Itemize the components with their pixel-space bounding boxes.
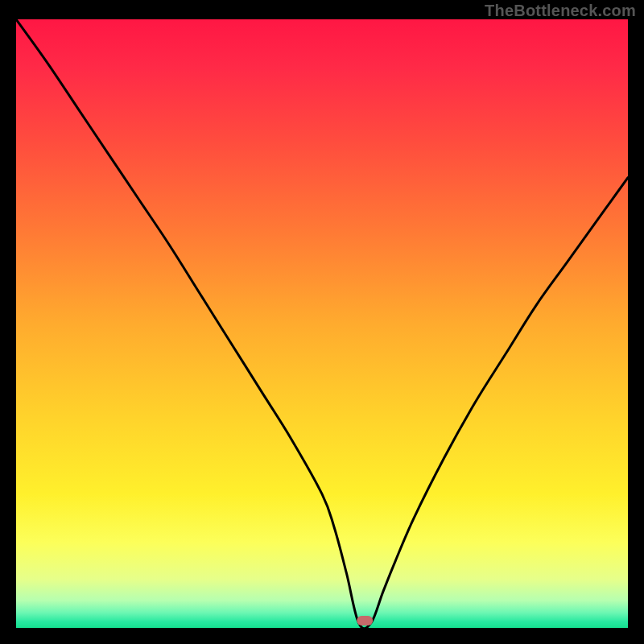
optimal-point-marker <box>357 616 373 625</box>
gradient-background <box>16 19 628 628</box>
bottleneck-chart <box>16 19 628 628</box>
plot-area <box>16 19 628 628</box>
attribution-label: TheBottleneck.com <box>485 2 636 20</box>
chart-frame: TheBottleneck.com <box>0 0 644 644</box>
